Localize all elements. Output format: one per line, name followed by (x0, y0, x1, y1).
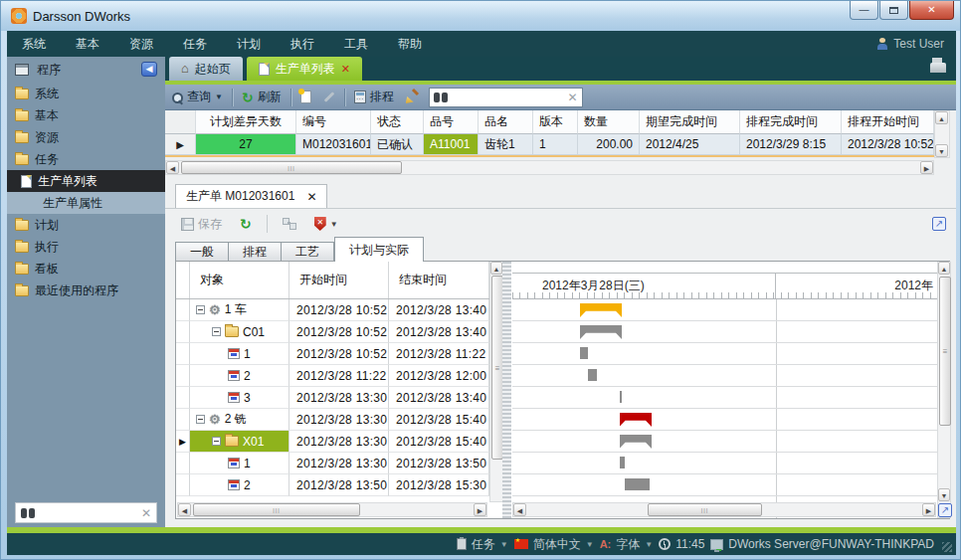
query-dropdown-caret-icon[interactable]: ▼ (215, 93, 223, 101)
scroll-up-icon[interactable]: ▲ (938, 262, 950, 275)
table-hscrollbar[interactable]: ◀ ||| ▶ (177, 502, 487, 517)
scroll-down-icon[interactable]: ▼ (938, 488, 950, 501)
gantt-hscrollbar[interactable]: ◀ ||| ▶ (512, 502, 936, 517)
gantt-bar-1[interactable] (580, 347, 588, 359)
table-col-开始时间[interactable]: 开始时间 (289, 262, 389, 298)
menu-item-工具[interactable]: 工具 (329, 36, 383, 53)
grid-col-版本[interactable]: 版本 (533, 110, 578, 134)
validate-button[interactable]: ▼ (308, 217, 344, 231)
toolbar-search-input[interactable] (452, 90, 564, 104)
subtab-计划与实际[interactable]: 计划与实际 (334, 237, 424, 262)
title-bar[interactable]: Darsson DWorks — ✕ (1, 1, 961, 31)
gantt-bar-2[interactable] (588, 369, 598, 381)
table-row[interactable]: ⚙2 铣2012/3/28 13:302012/3/28 15:40 (176, 409, 489, 431)
tree-cell-2[interactable]: 2 (190, 365, 289, 387)
scroll-right-icon[interactable]: ▶ (920, 161, 933, 174)
sidebar-item-任务[interactable]: 任务 (7, 148, 165, 170)
grid-vscrollbar[interactable]: ▲ ▼ (934, 110, 950, 158)
query-button[interactable]: 查询 ▼ (165, 89, 229, 105)
table-row[interactable]: ⚙1 车2012/3/28 10:522012/3/28 13:40 (176, 299, 489, 321)
grid-col-排程开始时间[interactable]: 排程开始时间 (842, 110, 934, 134)
menu-item-系统[interactable]: 系统 (7, 36, 61, 53)
grid-cell-排程完成时间[interactable]: 2012/3/29 8:15 (740, 134, 842, 155)
gantt-bar-3[interactable] (620, 391, 623, 403)
gantt-bar-2[interactable] (625, 478, 650, 490)
sidebar-item-基本[interactable]: 基本 (7, 104, 165, 126)
scroll-down-icon[interactable]: ▼ (935, 144, 948, 157)
popout-window-icon[interactable] (932, 217, 946, 231)
grid-col-编号[interactable]: 编号 (296, 110, 371, 134)
save-button[interactable]: 保存 (175, 216, 228, 233)
gantt-row[interactable] (512, 299, 937, 321)
status-task-selector[interactable]: 任务 ▼ (457, 536, 508, 553)
new-button[interactable] (294, 91, 317, 103)
sidebar-collapse-button[interactable]: ◀ (141, 62, 157, 77)
subtab-排程[interactable]: 排程 (229, 242, 282, 262)
tree-cell-C01[interactable]: C01 (190, 321, 289, 343)
tab-close-icon[interactable]: ✕ (341, 63, 350, 76)
table-row[interactable]: ▶X012012/3/28 13:302012/3/28 15:40 (176, 431, 489, 453)
gantt-row[interactable] (512, 474, 937, 496)
tab-起始页[interactable]: ⌂起始页 (169, 57, 243, 81)
tree-expander-icon[interactable] (196, 305, 205, 314)
tree-cell-2 铣[interactable]: ⚙2 铣 (190, 409, 289, 431)
tree-expander-icon[interactable] (196, 415, 205, 424)
grid-col-状态[interactable]: 状态 (371, 110, 424, 134)
tab-生产单列表[interactable]: 生产单列表✕ (247, 57, 362, 81)
gantt-row[interactable] (512, 343, 937, 365)
sidebar-item-系统[interactable]: 系统 (7, 83, 165, 104)
refresh-button[interactable]: ↻ 刷新 (236, 89, 288, 105)
menu-item-计划[interactable]: 计划 (222, 36, 276, 53)
sidebar-item-生产单列表[interactable]: 生产单列表 (7, 170, 165, 192)
gantt-row[interactable] (512, 365, 937, 387)
table-row[interactable]: 12012/3/28 10:522012/3/28 11:22 (176, 343, 489, 365)
tree-expander-icon[interactable] (212, 327, 221, 336)
printer-icon[interactable] (930, 61, 946, 73)
scroll-left-icon[interactable]: ◀ (178, 503, 191, 516)
dropdown-caret-icon[interactable]: ▼ (500, 540, 508, 549)
gantt-bar-1[interactable] (620, 457, 625, 468)
table-row[interactable]: 22012/3/28 13:502012/3/28 15:30 (176, 474, 489, 496)
grid-cell-编号[interactable]: M012031601 (296, 134, 371, 155)
table-row[interactable]: 22012/3/28 11:222012/3/28 12:00 (176, 365, 489, 387)
sidebar-item-看板[interactable]: 看板 (7, 258, 165, 280)
sidebar-item-生产单属性[interactable]: 生产单属性 (7, 192, 165, 214)
tree-cell-2[interactable]: 2 (190, 474, 289, 496)
grid-hscroll-thumb[interactable]: ||| (181, 161, 402, 174)
grid-cell-数量[interactable]: 200.00 (578, 134, 640, 155)
sidebar-item-执行[interactable]: 执行 (7, 236, 165, 258)
grid-cell-排程开始时间[interactable]: 2012/3/28 10:52 (842, 134, 934, 155)
grid-col-品号[interactable]: 品号 (424, 110, 479, 134)
close-button[interactable]: ✕ (909, 1, 954, 20)
table-col-结束时间[interactable]: 结束时间 (389, 262, 489, 298)
grid-cell-状态[interactable]: 已确认 (371, 134, 424, 155)
menu-item-任务[interactable]: 任务 (168, 36, 222, 53)
detail-document-tab[interactable]: 生产单 M012031601 ✕ (175, 184, 327, 208)
grid-col-期望完成时间[interactable]: 期望完成时间 (640, 110, 740, 134)
sidebar-item-计划[interactable]: 计划 (7, 214, 165, 236)
grid-col-排程完成时间[interactable]: 排程完成时间 (740, 110, 842, 134)
dropdown-caret-icon[interactable]: ▼ (586, 540, 594, 549)
sidebar-search-clear-icon[interactable]: ✕ (141, 506, 151, 520)
table-row[interactable]: C012012/3/28 10:522012/3/28 13:40 (176, 321, 489, 343)
table-hscroll-thumb[interactable]: ||| (193, 503, 360, 516)
tree-cell-1[interactable]: 1 (190, 343, 289, 365)
scroll-right-icon[interactable]: ▶ (474, 503, 486, 516)
gantt-hscroll-thumb[interactable]: ||| (648, 503, 762, 516)
subtab-工艺[interactable]: 工艺 (282, 242, 334, 262)
grid-cell-品号[interactable]: A11001 (424, 134, 479, 155)
grid-hscrollbar[interactable]: ◀ ||| ▶ (165, 160, 934, 175)
scroll-left-icon[interactable]: ◀ (166, 161, 179, 174)
edit-button[interactable] (317, 95, 341, 98)
minimize-button[interactable]: — (850, 1, 878, 20)
menu-item-执行[interactable]: 执行 (276, 36, 329, 53)
detail-refresh-button[interactable]: ↻ (234, 218, 258, 230)
subtab-一般[interactable]: 一般 (175, 242, 229, 262)
table-col-对象[interactable]: 对象 (190, 262, 289, 298)
tree-cell-1[interactable]: 1 (190, 453, 289, 474)
grid-cell-期望完成时间[interactable]: 2012/4/25 (640, 134, 740, 155)
dropdown-caret-icon[interactable]: ▼ (645, 540, 653, 549)
status-font-selector[interactable]: A: 字体 ▼ (600, 536, 654, 553)
grid-data-row[interactable]: ▶27M012031601已确认A11001齿轮11200.002012/4/2… (165, 134, 934, 157)
tree-cell-X01[interactable]: X01 (190, 431, 289, 453)
